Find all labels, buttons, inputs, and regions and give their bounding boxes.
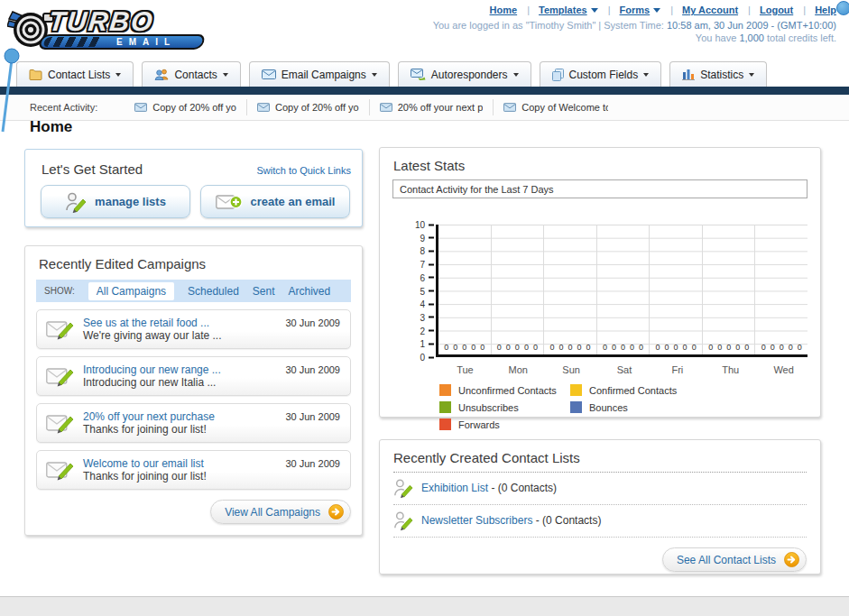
recent-activity-item[interactable]: Copy of 20% off yo (246, 99, 369, 115)
button-label: View All Campaigns (225, 506, 320, 519)
credits-suffix-text: total credits left. (764, 32, 836, 43)
envelope-pencil-icon (46, 365, 75, 387)
turbo-email-dashboard: TURBO EMAIL Home Templates Forms My Acco… (0, 0, 849, 616)
recent-activity-text: 20% off your next p (398, 102, 484, 113)
contact-list-item: Exhibition List - (0 Contacts) (393, 473, 807, 505)
create-email-button[interactable]: create an email (200, 185, 350, 218)
legend-item: Bounces (570, 401, 701, 413)
statistics-icon (682, 69, 695, 80)
legend-swatch (439, 418, 451, 430)
chart-y-tick: 10 (415, 220, 425, 230)
legend-item: Forwards (439, 418, 570, 430)
recent-activity-item[interactable]: 20% off your next p (369, 99, 494, 115)
tab-email-campaigns[interactable]: Email Campaigns (249, 61, 390, 87)
stats-period-select[interactable]: Contact Activity for the Last 7 Days (392, 179, 807, 198)
tab-label: Autoresponders (431, 69, 508, 81)
recent-activity-item[interactable]: Copy of 20% off yo (125, 99, 246, 115)
chart-y-tick: 4 (420, 299, 425, 309)
envelope-pencil-icon (46, 412, 75, 434)
person-pencil-icon (393, 477, 413, 499)
campaign-title-link[interactable]: Introducing our new range ... (83, 363, 221, 376)
campaign-date: 30 Jun 2009 (285, 458, 340, 469)
chevron-down-icon (513, 73, 519, 77)
chart-y-tick: 9 (420, 233, 425, 243)
view-all-campaigns-button[interactable]: View All Campaigns (210, 500, 351, 524)
chart-legend: Unconfirmed ContactsConfirmed ContactsUn… (439, 384, 822, 436)
chart-day-group: 00000 (597, 225, 651, 354)
tab-autoresponders[interactable]: Autoresponders (398, 61, 531, 87)
nav-link-home[interactable]: Home (490, 5, 518, 15)
manage-lists-button[interactable]: manage lists (41, 185, 190, 218)
page-title: Home (30, 118, 72, 136)
nav-link-forms[interactable]: Forms (620, 5, 651, 15)
chart-day-label: Sat (598, 364, 651, 375)
campaigns-title: Recently Edited Campaigns (25, 246, 362, 271)
folder-icon (29, 69, 42, 80)
filter-all-campaigns[interactable]: All Campaigns (88, 282, 174, 300)
filter-archived[interactable]: Archived (289, 285, 331, 298)
recent-activity-item[interactable]: Copy of Welcome to (493, 99, 618, 115)
envelope-icon (262, 69, 276, 79)
recent-activity-text: Copy of Welcome to (521, 102, 608, 113)
latest-stats-title: Latest Stats (380, 148, 820, 173)
legend-swatch (439, 384, 451, 396)
chart-y-tick: 5 (420, 286, 425, 296)
recent-activity-label: Recent Activity: (30, 102, 97, 113)
nav-link-logout[interactable]: Logout (760, 5, 793, 15)
tab-label: Contacts (174, 69, 217, 81)
person-pencil-icon (65, 191, 87, 213)
latest-stats-panel: Latest Stats Contact Activity for the La… (379, 147, 821, 418)
show-label: SHOW: (44, 286, 75, 296)
contact-lists-title: Recently Created Contact Lists (393, 440, 807, 473)
autoresponder-icon (411, 69, 426, 80)
chart-y-tick: 1 (420, 339, 425, 349)
app-logo: TURBO EMAIL (7, 5, 210, 54)
legend-label: Unsubscribes (458, 402, 519, 413)
chart-day-labels: TueMonSunSatFriThuWed (438, 364, 810, 375)
contact-list-item: Newsletter Subscribers - (0 Contacts) (393, 505, 807, 538)
person-pencil-icon (393, 510, 413, 531)
contact-list-link[interactable]: Exhibition List (421, 482, 488, 494)
credits-prefix-text: You have (696, 32, 740, 43)
nav-link-my-account[interactable]: My Account (682, 5, 738, 15)
tab-contacts[interactable]: Contacts (142, 61, 240, 87)
tab-custom-fields[interactable]: Custom Fields (540, 61, 662, 87)
lets-get-started-panel: Let's Get Started Switch to Quick Links … (24, 149, 363, 227)
campaign-title-link[interactable]: 20% off your next purchase (83, 410, 215, 423)
custom-fields-icon (552, 69, 564, 81)
campaign-subtitle: Thanks for joining our list! (83, 470, 207, 483)
tab-statistics[interactable]: Statistics (669, 61, 767, 87)
nav-link-templates[interactable]: Templates (539, 5, 587, 15)
chart-day-group: 00000 (703, 225, 756, 354)
campaign-date: 30 Jun 2009 (285, 317, 340, 328)
legend-label: Bounces (589, 402, 628, 413)
campaign-date: 30 Jun 2009 (285, 364, 340, 375)
filter-sent[interactable]: Sent (253, 285, 275, 298)
recently-created-contact-lists-panel: Recently Created Contact Lists Exhibitio… (379, 439, 821, 575)
arrow-right-icon (328, 504, 344, 519)
tab-label: Email Campaigns (281, 69, 366, 81)
switch-to-quick-links-link[interactable]: Switch to Quick Links (256, 165, 351, 176)
button-label: create an email (251, 195, 336, 208)
annotation-dot (836, 1, 849, 15)
chevron-down-icon (115, 73, 121, 77)
campaign-title-link[interactable]: Welcome to our email list (83, 457, 207, 470)
legend-item: Unconfirmed Contacts (439, 384, 570, 396)
login-prefix-text: You are logged in as "Timothy Smith" | S… (433, 20, 667, 31)
chart-day-label: Thu (704, 364, 757, 375)
contact-list-link[interactable]: Newsletter Subscribers (421, 514, 532, 527)
campaign-subtitle: Introducing our new Italia ... (83, 376, 221, 390)
filter-scheduled[interactable]: Scheduled (188, 285, 239, 298)
chart-y-tick: 3 (420, 312, 425, 322)
campaign-filter-bar: SHOW: All Campaigns Scheduled Sent Archi… (36, 280, 351, 302)
annotation-pin (0, 45, 23, 135)
tab-label: Contact Lists (48, 69, 110, 81)
contact-activity-chart: 012345678910 000000000000000000000000000… (380, 225, 822, 416)
chevron-down-icon (223, 73, 228, 77)
tab-label: Custom Fields (569, 69, 639, 81)
nav-divider-bar (0, 87, 849, 95)
campaign-title-link[interactable]: See us at the retail food ... (83, 317, 221, 329)
tab-contact-lists[interactable]: Contact Lists (16, 61, 134, 87)
nav-link-help[interactable]: Help (815, 5, 836, 15)
see-all-contact-lists-button[interactable]: See All Contact Lists (662, 547, 807, 572)
